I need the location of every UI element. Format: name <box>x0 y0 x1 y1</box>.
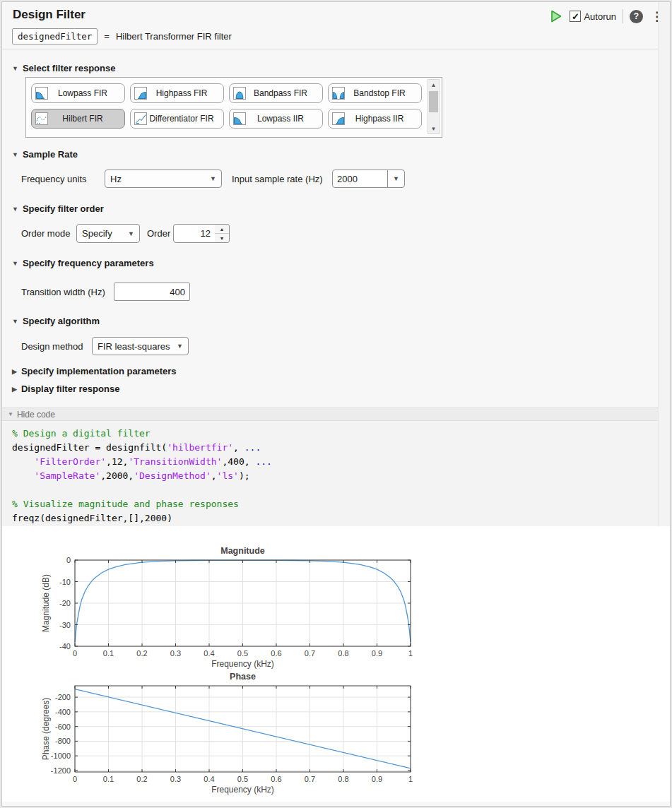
code-segment-plain <box>12 470 34 481</box>
section-specify-frequency-parameters[interactable]: ▼ Specify frequency parameters <box>12 258 154 268</box>
order-mode-label: Order mode <box>21 228 70 239</box>
order-spinner: ▲ ▼ <box>215 224 230 243</box>
transition-width-label: Transition width (Hz) <box>21 287 105 297</box>
collapse-triangle-icon: ▼ <box>12 260 18 267</box>
scroll-down-icon[interactable]: ▼ <box>428 124 439 133</box>
section-select-filter-response[interactable]: ▼ Select filter response <box>12 63 115 73</box>
output-variable-field[interactable]: designedFilter <box>12 28 98 44</box>
chevron-down-icon: ▼ <box>123 230 139 237</box>
section-label: Specify implementation parameters <box>21 366 177 376</box>
run-button[interactable] <box>549 9 563 23</box>
filter-button-label: Lowpass FIR <box>48 88 117 98</box>
section-display-filter-response[interactable]: ▶ Display filter response <box>12 384 119 394</box>
code-segment-string: 'TransitionWidth' <box>128 456 222 467</box>
code-segment-string: 'SampleRate' <box>34 470 100 481</box>
svg-text:-40: -40 <box>59 642 71 650</box>
svg-text:-1200: -1200 <box>51 766 71 775</box>
bandpass-filter-icon <box>233 87 246 100</box>
filter-button-label: Hilbert FIR <box>48 114 117 124</box>
differentiator-filter-icon <box>134 112 147 125</box>
svg-text:0.9: 0.9 <box>372 775 382 783</box>
filter-button-label: Lowpass IIR <box>246 114 315 124</box>
svg-text:0.1: 0.1 <box>103 649 114 658</box>
hilbert-icon <box>35 112 48 125</box>
spinner-up-icon[interactable]: ▲ <box>215 225 229 234</box>
bandstop-icon <box>332 87 345 100</box>
filter-button-highpass-iir[interactable]: Highpass IIR <box>328 109 422 129</box>
filter-button-lowpass-fir[interactable]: Lowpass FIR <box>31 83 125 103</box>
order-field[interactable] <box>173 224 216 243</box>
svg-text:-800: -800 <box>55 737 71 745</box>
svg-text:-20: -20 <box>59 599 71 607</box>
filter-button-hilbert-fir[interactable]: Hilbert FIR <box>31 109 125 129</box>
design-filter-task-panel: Design Filter ✓ Autorun ? ⋮ designedFilt… <box>1 1 671 807</box>
generated-code-block[interactable]: % Design a digital filter designedFilter… <box>2 422 670 526</box>
svg-text:1: 1 <box>408 775 413 783</box>
filter-response-gallery: ▲ ▼ Lowpass FIRHighpass FIRBandpass FIRB… <box>25 77 442 138</box>
code-segment-plain: ); <box>239 470 250 481</box>
transition-width-field[interactable] <box>114 283 190 301</box>
expand-triangle-icon: ▶ <box>12 368 17 375</box>
collapse-triangle-icon: ▼ <box>12 206 18 213</box>
svg-text:0.2: 0.2 <box>136 649 147 658</box>
filter-button-bandstop-fir[interactable]: Bandstop FIR <box>328 83 422 103</box>
gallery-scrollbar[interactable]: ▲ ▼ <box>428 79 440 134</box>
play-icon <box>549 9 563 23</box>
svg-text:Phase (degrees): Phase (degrees) <box>41 698 51 761</box>
panel-scrollbar-gutter[interactable] <box>658 2 671 526</box>
filter-button-bandpass-fir[interactable]: Bandpass FIR <box>229 83 323 103</box>
spinner-down-icon[interactable]: ▼ <box>215 234 229 242</box>
filter-button-lowpass-iir[interactable]: Lowpass IIR <box>229 109 323 129</box>
section-specify-implementation-parameters[interactable]: ▶ Specify implementation parameters <box>12 366 177 376</box>
filter-button-highpass-fir[interactable]: Highpass FIR <box>130 83 224 103</box>
section-label: Sample Rate <box>23 149 78 160</box>
highpass-filter-icon <box>134 87 147 100</box>
filter-button-label: Highpass FIR <box>147 88 216 98</box>
code-segment-plain: ,12, <box>106 456 128 467</box>
section-label: Specify frequency parameters <box>23 258 154 268</box>
header-divider <box>623 9 623 23</box>
section-specify-algorithm[interactable]: ▼ Specify algorithm <box>12 316 100 326</box>
svg-text:Frequency (kHz): Frequency (kHz) <box>211 785 274 795</box>
header-divider-line <box>2 49 670 49</box>
bandpass-icon <box>233 87 246 100</box>
output-variable-row: designedFilter = Hilbert Transformer FIR… <box>12 28 232 44</box>
highpass-filter-icon <box>332 112 345 125</box>
design-method-dropdown[interactable]: FIR least-squares ▼ <box>92 337 189 355</box>
svg-text:1: 1 <box>408 649 413 658</box>
svg-text:0.4: 0.4 <box>204 775 214 783</box>
section-sample-rate[interactable]: ▼ Sample Rate <box>12 149 78 160</box>
frequency-units-dropdown[interactable]: Hz ▼ <box>105 170 222 188</box>
input-sample-rate-field[interactable] <box>332 170 388 188</box>
frequency-units-label: Frequency units <box>21 174 87 184</box>
svg-text:0.7: 0.7 <box>305 775 315 783</box>
svg-text:Frequency (kHz): Frequency (kHz) <box>211 659 274 669</box>
autorun-checkbox[interactable]: ✓ <box>570 11 581 22</box>
bandstop-filter-icon <box>332 87 345 100</box>
dropdown-value: FIR least-squares <box>93 341 172 352</box>
page-title: Design Filter <box>13 8 86 22</box>
filter-button-differentiator-fir[interactable]: Differentiator FIR <box>130 109 224 129</box>
section-label: Display filter response <box>21 384 119 394</box>
chevron-down-icon: ▼ <box>393 175 399 182</box>
svg-text:-30: -30 <box>59 621 71 629</box>
section-label: Specify filter order <box>23 203 104 214</box>
svg-text:0.5: 0.5 <box>237 649 248 658</box>
section-specify-filter-order[interactable]: ▼ Specify filter order <box>12 203 104 214</box>
input-sample-rate-dropdown-button[interactable]: ▼ <box>387 170 405 188</box>
scrollbar-thumb[interactable] <box>429 91 438 112</box>
code-segment-string: 'FilterOrder' <box>34 456 106 467</box>
filter-button-label: Bandpass FIR <box>246 88 315 98</box>
section-label: Specify algorithm <box>23 316 100 326</box>
order-mode-dropdown[interactable]: Specify ▼ <box>76 224 140 243</box>
hide-code-toggle[interactable]: ▼ Hide code <box>2 408 670 421</box>
figure-output-area: 00.10.20.30.40.50.60.70.80.910-10-20-30-… <box>2 526 670 802</box>
svg-text:0.4: 0.4 <box>204 649 214 658</box>
help-icon[interactable]: ? <box>630 10 643 23</box>
svg-text:-10: -10 <box>59 578 71 586</box>
collapse-triangle-icon: ▼ <box>12 65 18 72</box>
svg-text:0.9: 0.9 <box>372 649 382 658</box>
scroll-up-icon[interactable]: ▲ <box>428 80 439 90</box>
code-segment-plain: , <box>233 442 244 453</box>
chevron-down-icon: ▼ <box>205 175 221 182</box>
